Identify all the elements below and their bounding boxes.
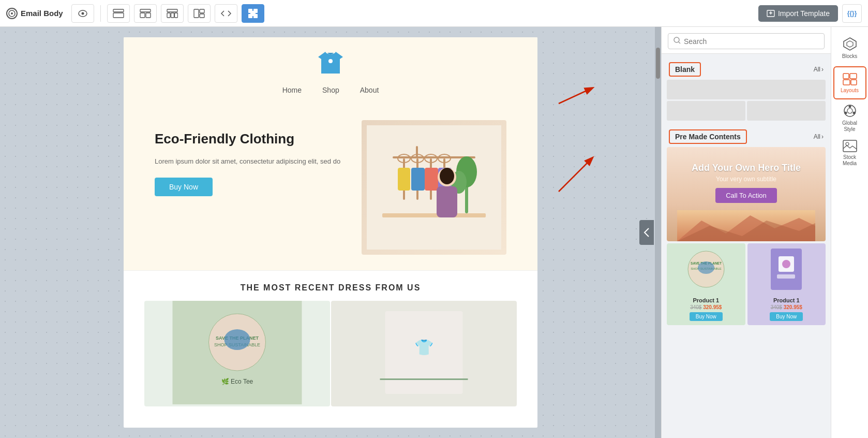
blank-col-right[interactable]	[747, 101, 826, 121]
layouts-label: Layouts	[841, 87, 859, 93]
scrollbar-thumb	[656, 48, 660, 79]
products-row: SAVE THE PLANET SHOP SUSTAINABLE Product…	[667, 243, 826, 325]
svg-point-78	[844, 112, 847, 114]
svg-rect-9	[167, 9, 177, 12]
blank-section-header: Blank All ›	[667, 59, 826, 80]
mini-product-1-btn[interactable]: Buy Now	[690, 312, 723, 321]
svg-point-80	[846, 142, 849, 145]
hero-card[interactable]: Add Your Own Hero Title Your very own su…	[667, 147, 826, 241]
search-input[interactable]	[684, 37, 819, 46]
svg-rect-14	[200, 9, 204, 13]
svg-rect-15	[200, 14, 204, 18]
global-style-label: GlobalStyle	[842, 120, 857, 133]
mini-product-1-title: Product 1	[667, 295, 745, 304]
layout-btn-4[interactable]	[188, 4, 211, 23]
svg-rect-4	[113, 9, 124, 12]
visibility-btn[interactable]	[71, 4, 94, 23]
nav-shop[interactable]: Shop	[322, 86, 339, 94]
blank-label: Blank	[675, 65, 695, 74]
layout-btn-3[interactable]	[161, 4, 184, 23]
svg-rect-7	[140, 13, 145, 18]
svg-text:👕: 👕	[414, 338, 434, 357]
global-style-icon-item[interactable]: GlobalStyle	[833, 101, 866, 135]
blank-row-single[interactable]	[667, 80, 826, 99]
search-icon	[674, 37, 681, 46]
search-bar	[662, 27, 831, 54]
stock-media-label: StockMedia	[843, 154, 857, 167]
mini-product-1[interactable]: SAVE THE PLANET SHOP SUSTAINABLE Product…	[667, 243, 745, 325]
sep1	[100, 5, 101, 22]
hero-title: Eco-Friendly Clothing	[155, 130, 346, 148]
template-vars-button[interactable]: {{}}	[842, 4, 862, 23]
svg-marker-68	[844, 38, 856, 50]
search-input-wrap	[668, 33, 825, 49]
logo-icon	[6, 8, 18, 19]
svg-rect-11	[171, 13, 174, 18]
nav-about[interactable]: About	[360, 86, 379, 94]
blank-all-link[interactable]: All ›	[814, 66, 824, 73]
mini-product-2-img	[747, 243, 826, 295]
svg-rect-34	[425, 168, 438, 191]
blank-col-left[interactable]	[667, 101, 745, 121]
premade-label-box: Pre Made Contents	[669, 129, 747, 144]
main-content: Home Shop About Eco-Friendly Clothing Lo…	[0, 27, 868, 438]
svg-marker-69	[847, 41, 853, 47]
expand-panel-arrow[interactable]	[639, 220, 654, 245]
product-list: SAVE THE PLANET SHOP SUSTAINABLE 🌿 Eco T…	[124, 301, 537, 417]
panel-content: Blank All › Pre Made Contents	[662, 54, 831, 438]
panel-area: Blank All › Pre Made Contents	[662, 27, 831, 438]
nav-home[interactable]: Home	[282, 86, 302, 94]
svg-text:🌿 Eco Tee: 🌿 Eco Tee	[221, 377, 253, 385]
hero-card-title: Add Your Own Hero Title	[692, 163, 801, 173]
code-btn[interactable]	[215, 4, 237, 23]
product-card-1: SAVE THE PLANET SHOP SUSTAINABLE 🌿 Eco T…	[144, 301, 330, 406]
svg-point-55	[674, 37, 679, 42]
icon-bar: Blocks Layouts	[831, 27, 868, 438]
hero-image	[362, 120, 506, 255]
svg-point-49	[225, 329, 250, 350]
brand-icon	[124, 50, 537, 77]
svg-point-76	[848, 106, 851, 108]
svg-rect-8	[146, 13, 151, 18]
hero-buy-now-button[interactable]: Buy Now	[155, 178, 213, 196]
premade-section-header: Pre Made Contents All ›	[667, 126, 826, 147]
svg-point-3	[81, 12, 84, 14]
logo-area: Email Body	[6, 8, 63, 19]
layouts-icon-item[interactable]: Layouts	[833, 66, 866, 99]
svg-rect-6	[140, 9, 151, 12]
email-nav: Home Shop About	[124, 81, 537, 105]
layout-btn-2[interactable]	[134, 4, 157, 23]
mini-product-2-btn[interactable]: Buy Now	[770, 312, 803, 321]
svg-rect-72	[843, 80, 850, 85]
svg-rect-66	[777, 274, 795, 279]
mini-product-2[interactable]: Product 1 340$ 320.95$ Buy Now	[747, 243, 826, 325]
svg-rect-79	[843, 140, 857, 152]
section-title: THE MOST RECENT DRESS FROM US	[124, 270, 537, 301]
import-template-button[interactable]: Import Template	[758, 5, 838, 22]
hero-text: Eco-Friendly Clothing Lorem ipsum dolor …	[155, 120, 346, 196]
blocks-btn[interactable]	[242, 4, 264, 23]
canvas-scrollbar[interactable]	[655, 27, 661, 438]
svg-point-1	[11, 12, 13, 14]
hero-body: Lorem ipsum dolor sit amet, consectetur …	[155, 156, 346, 167]
right-sidebar: Blank All › Pre Made Contents	[661, 27, 868, 438]
layout-btn-1[interactable]	[107, 4, 130, 23]
email-hero: Eco-Friendly Clothing Lorem ipsum dolor …	[124, 105, 537, 270]
premade-label: Pre Made Contents	[675, 133, 741, 141]
top-bar: Email Body Import Template {{}}	[0, 0, 868, 27]
premade-all-link[interactable]: All ›	[814, 133, 824, 140]
page-title: Email Body	[21, 9, 63, 18]
stock-media-icon-item[interactable]: StockMedia	[833, 137, 866, 170]
hero-card-cta-button[interactable]: Call To Action	[715, 188, 777, 203]
blocks-icon-item[interactable]: Blocks	[833, 31, 866, 64]
blank-label-box: Blank	[669, 62, 701, 77]
mini-product-2-price: 340$ 320.95$	[747, 304, 826, 310]
hero-card-subtitle: Your very own subtitle	[716, 176, 776, 183]
hero-card-landscape	[677, 210, 815, 241]
svg-point-63	[698, 261, 714, 274]
svg-line-56	[679, 42, 680, 43]
svg-rect-31	[411, 168, 425, 191]
mini-product-2-title: Product 1	[747, 295, 826, 304]
svg-rect-28	[398, 168, 410, 191]
svg-point-77	[852, 112, 855, 114]
